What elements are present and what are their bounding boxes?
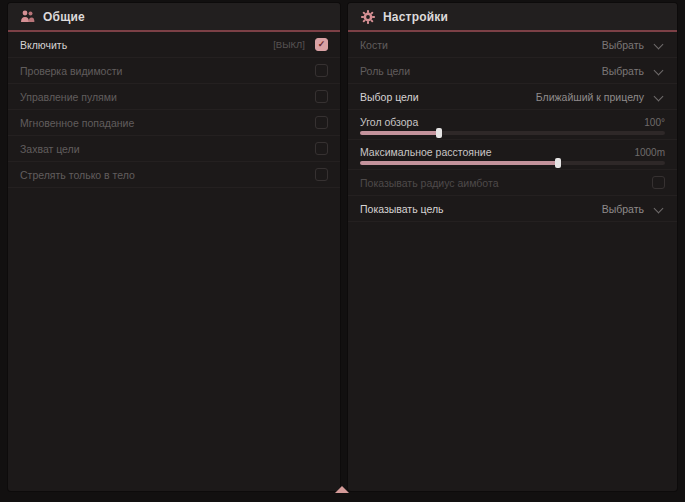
row-bullet-control[interactable]: Управление пулями [8, 84, 340, 110]
slider-thumb[interactable] [555, 158, 561, 168]
general-panel: Общие Включить [ВЫКЛ] Проверка видимости… [8, 3, 340, 491]
users-icon [20, 9, 35, 24]
body-only-checkbox[interactable] [315, 168, 328, 181]
row-label: Проверка видимости [20, 65, 315, 77]
row-label: Кости [360, 39, 602, 51]
row-label: Выбор цели [360, 91, 536, 103]
row-target-role: Роль цели Выбрать [348, 58, 677, 84]
slider-fill [360, 161, 558, 165]
row-show-target: Показывать цель Выбрать [348, 196, 677, 222]
max-distance-slider[interactable] [360, 161, 665, 165]
hotkey-badge[interactable]: [ВЫКЛ] [273, 39, 305, 50]
row-target-selection: Выбор цели Ближайший к прицелу [348, 84, 677, 110]
visibility-check-checkbox[interactable] [315, 64, 328, 77]
dropdown-value[interactable]: Выбрать [602, 65, 644, 77]
slider-value: 100° [644, 117, 665, 128]
row-label: Включить [20, 39, 273, 51]
menu-toggle-arrow-icon[interactable] [335, 486, 349, 493]
chevron-down-icon[interactable] [654, 66, 663, 75]
settings-panel: Настройки Кости Выбрать Роль цели Выбрат… [348, 3, 677, 491]
enable-checkbox[interactable] [315, 38, 328, 51]
dropdown-value[interactable]: Выбрать [602, 39, 644, 51]
dropdown-value[interactable]: Выбрать [602, 203, 644, 215]
row-label: Показывать радиус аимбота [360, 177, 652, 189]
row-label: Угол обзора [360, 116, 644, 128]
general-panel-header: Общие [8, 3, 340, 32]
bullet-control-checkbox[interactable] [315, 90, 328, 103]
row-bones: Кости Выбрать [348, 32, 677, 58]
instant-hit-checkbox[interactable] [315, 116, 328, 129]
row-fov: Угол обзора 100° [348, 110, 677, 140]
slider-fill [360, 131, 439, 135]
row-instant-hit[interactable]: Мгновенное попадание [8, 110, 340, 136]
row-label: Максимальное расстояние [360, 146, 634, 158]
chevron-down-icon[interactable] [654, 204, 663, 213]
row-label: Стрелять только в тело [20, 169, 315, 181]
row-show-aimbot-radius[interactable]: Показывать радиус аимбота [348, 170, 677, 196]
row-max-distance: Максимальное расстояние 1000m [348, 140, 677, 170]
row-label: Показывать цель [360, 203, 602, 215]
row-target-lock[interactable]: Захват цели [8, 136, 340, 162]
panel-title: Настройки [383, 10, 448, 24]
target-lock-checkbox[interactable] [315, 142, 328, 155]
chevron-down-icon[interactable] [654, 92, 663, 101]
fov-slider[interactable] [360, 131, 665, 135]
settings-panel-header: Настройки [348, 3, 677, 32]
slider-value: 1000m [634, 147, 665, 158]
show-aimbot-radius-checkbox[interactable] [652, 176, 665, 189]
row-label: Управление пулями [20, 91, 315, 103]
slider-thumb[interactable] [436, 128, 442, 138]
row-label: Захват цели [20, 143, 315, 155]
gear-icon [360, 9, 375, 24]
row-label: Роль цели [360, 65, 602, 77]
panel-title: Общие [43, 10, 85, 24]
row-enable[interactable]: Включить [ВЫКЛ] [8, 32, 340, 58]
row-visibility-check[interactable]: Проверка видимости [8, 58, 340, 84]
chevron-down-icon[interactable] [654, 40, 663, 49]
row-body-only[interactable]: Стрелять только в тело [8, 162, 340, 188]
row-label: Мгновенное попадание [20, 117, 315, 129]
dropdown-value[interactable]: Ближайший к прицелу [536, 91, 644, 103]
